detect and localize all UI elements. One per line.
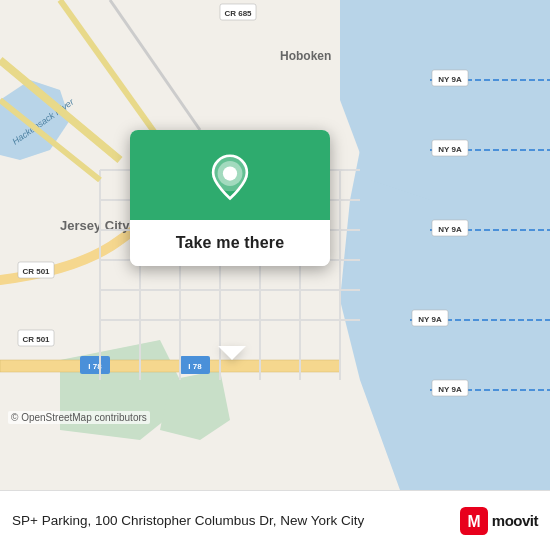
info-bar: SP+ Parking, 100 Christopher Columbus Dr…: [0, 490, 550, 550]
map-container: I 78 I 78 CR 501 CR 501 Hackensack River…: [0, 0, 550, 490]
svg-rect-7: [0, 360, 340, 372]
map-attribution: © OpenStreetMap contributors: [8, 411, 150, 424]
svg-point-55: [223, 166, 237, 180]
popup-arrow: [218, 346, 246, 360]
take-me-there-button[interactable]: Take me there: [130, 220, 330, 266]
svg-text:CR 685: CR 685: [224, 9, 252, 18]
svg-text:CR 501: CR 501: [22, 335, 50, 344]
svg-text:CR 501: CR 501: [22, 267, 50, 276]
svg-text:I 78: I 78: [188, 362, 202, 371]
moovit-label: moovit: [492, 512, 538, 529]
svg-text:NY 9A: NY 9A: [438, 225, 462, 234]
popup-icon-area: [130, 130, 330, 220]
svg-text:M: M: [467, 513, 480, 530]
address-text: SP+ Parking, 100 Christopher Columbus Dr…: [12, 512, 460, 530]
moovit-logo: M moovit: [460, 507, 538, 535]
svg-text:Hoboken: Hoboken: [280, 49, 331, 63]
svg-text:NY 9A: NY 9A: [438, 75, 462, 84]
moovit-logo-icon: M: [460, 507, 488, 535]
map-popup: Take me there: [130, 130, 330, 266]
svg-text:NY 9A: NY 9A: [438, 145, 462, 154]
svg-text:NY 9A: NY 9A: [418, 315, 442, 324]
svg-text:NY 9A: NY 9A: [438, 385, 462, 394]
location-pin-icon: [206, 154, 254, 202]
